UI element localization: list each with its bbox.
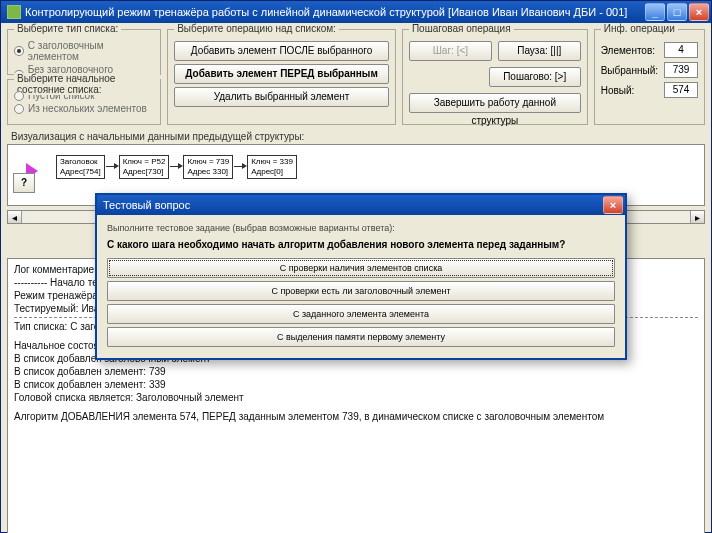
- answer-option[interactable]: С выделения памяти первому элементу: [107, 327, 615, 347]
- answer-option[interactable]: С заданного элемента элемента: [107, 304, 615, 324]
- modal-titlebar: Тестовый вопрос ×: [97, 195, 625, 215]
- log-line: Головой списка является: Заголовочный эл…: [14, 391, 698, 404]
- titlebar: Контролирующий режим тренажёра работы с …: [1, 1, 711, 23]
- help-button[interactable]: ?: [13, 173, 35, 193]
- btn-delete[interactable]: Удалить выбранный элемент: [174, 87, 389, 107]
- group-ops: Выберите операцию над списком: Добавить …: [167, 29, 396, 125]
- group-initstate: Выберите начальное состояние списка: Пус…: [7, 79, 161, 125]
- answer-option[interactable]: С проверки есть ли заголовочный элемент: [107, 281, 615, 301]
- log-line: Алгоритм ДОБАВЛЕНИЯ элемента 574, ПЕРЕД …: [14, 410, 698, 423]
- app-icon: [7, 5, 21, 19]
- app-window: Контролирующий режим тренажёра работы с …: [0, 0, 712, 533]
- btn-undo: Шаг: [<]: [409, 41, 492, 61]
- list-node[interactable]: Ключ = 739Адрес 330]: [183, 155, 233, 179]
- group-label: Пошаговая операция: [409, 23, 514, 34]
- btn-pause[interactable]: Пауза: [||]: [498, 41, 581, 61]
- group-label: Выберите тип списка:: [14, 23, 121, 34]
- group-listtype: Выберите тип списка: С заголовочным элем…: [7, 29, 161, 75]
- maximize-button[interactable]: □: [667, 3, 687, 21]
- canvas-label: Визуализация с начальными данными предыд…: [11, 131, 705, 142]
- label-new: Новый:: [601, 85, 635, 96]
- log-line: В список добавлен элемент: 739: [14, 365, 698, 378]
- btn-add-after[interactable]: Добавить элемент ПОСЛЕ выбранного: [174, 41, 389, 61]
- group-label: Инф. операции: [601, 23, 678, 34]
- group-info: Инф. операции Элементов:4 Выбранный:739 …: [594, 29, 705, 125]
- window-title: Контролирующий режим тренажёра работы с …: [25, 6, 627, 18]
- scroll-right-icon[interactable]: ▸: [690, 211, 704, 223]
- close-button[interactable]: ×: [689, 3, 709, 21]
- list-node[interactable]: ЗаголовокАдрес[754]: [56, 155, 105, 179]
- value-new: 574: [664, 82, 698, 98]
- modal-hint: Выполните тестовое задание (выбрав возмо…: [107, 223, 615, 233]
- btn-add-before[interactable]: Добавить элемент ПЕРЕД выбранным: [174, 64, 389, 84]
- label-selected: Выбранный:: [601, 65, 658, 76]
- group-step: Пошаговая операция Шаг: [<] Пауза: [||] …: [402, 29, 588, 125]
- radio-with-header[interactable]: С заголовочным элементом: [14, 40, 154, 62]
- scroll-left-icon[interactable]: ◂: [8, 211, 22, 223]
- list-node[interactable]: Ключ = P52Адрес[730]: [119, 155, 170, 179]
- value-selected: 739: [664, 62, 698, 78]
- modal-question: С какого шага необходимо начать алгоритм…: [107, 239, 615, 250]
- minimize-button[interactable]: _: [645, 3, 665, 21]
- log-line: В список добавлен элемент: 339: [14, 378, 698, 391]
- group-label: Выберите начальное состояние списка:: [14, 73, 160, 95]
- label-elements: Элементов:: [601, 45, 655, 56]
- value-elements: 4: [664, 42, 698, 58]
- group-label: Выберите операцию над списком:: [174, 23, 339, 34]
- list-node[interactable]: Ключ = 339Адрес[0]: [247, 155, 297, 179]
- modal-title: Тестовый вопрос: [103, 199, 190, 211]
- radio-several[interactable]: Из нескольких элементов: [14, 103, 154, 114]
- modal-dialog: Тестовый вопрос × Выполните тестовое зад…: [95, 193, 627, 360]
- btn-finish[interactable]: Завершить работу данной структуры: [409, 93, 581, 113]
- answer-option[interactable]: С проверки наличия элементов списка: [107, 258, 615, 278]
- btn-step[interactable]: Пошагово: [>]: [489, 67, 581, 87]
- modal-close-button[interactable]: ×: [603, 196, 623, 214]
